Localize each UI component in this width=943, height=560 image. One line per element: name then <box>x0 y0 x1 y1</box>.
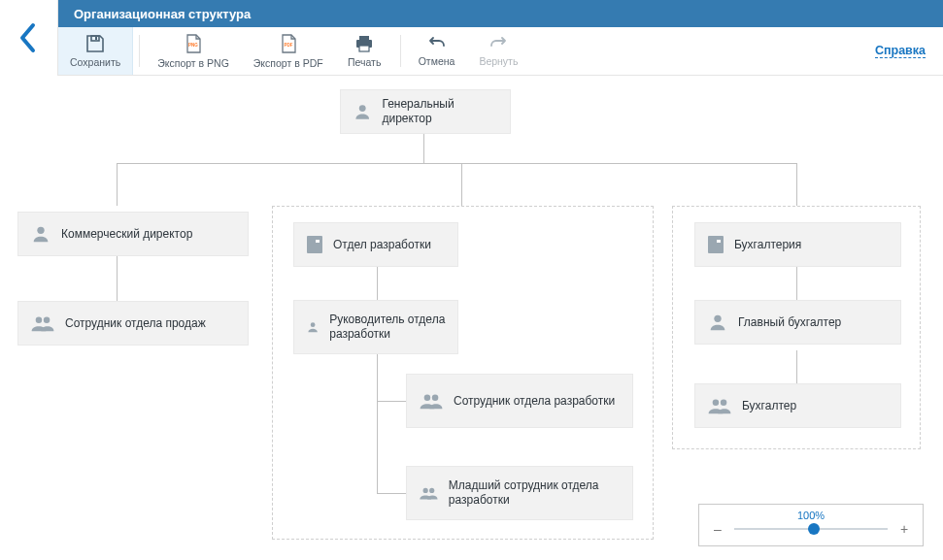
title-bar: Организационная структура <box>58 0 943 27</box>
node-label: Коммерческий директор <box>61 227 192 242</box>
connector <box>117 256 118 301</box>
node-label: Бухгалтерия <box>734 238 801 252</box>
node-label: Генеральный директор <box>382 97 498 126</box>
svg-point-20 <box>714 315 721 322</box>
node-dev-dept[interactable]: Отдел разработки <box>293 222 458 267</box>
node-chief-accountant[interactable]: Главный бухгалтер <box>694 300 901 345</box>
group-icon <box>707 395 732 416</box>
svg-text:PDF: PDF <box>284 43 292 48</box>
node-dev-lead[interactable]: Руководитель отдела разработки <box>293 300 458 354</box>
export-png-label: Экспорт в PNG <box>157 57 229 69</box>
svg-point-7 <box>359 105 366 112</box>
printer-icon <box>354 35 374 52</box>
org-chart-canvas[interactable]: Генеральный директор Коммерческий директ… <box>0 76 943 560</box>
svg-point-21 <box>713 400 720 407</box>
node-label: Руководитель отдела разработки <box>329 313 446 342</box>
svg-point-22 <box>721 400 727 407</box>
print-label: Печать <box>348 56 381 68</box>
zoom-control: 100% – + <box>698 504 924 546</box>
save-icon <box>85 35 105 52</box>
svg-rect-6 <box>359 46 369 51</box>
connector <box>796 163 797 206</box>
back-button[interactable] <box>0 0 58 76</box>
node-accountant[interactable]: Бухгалтер <box>694 383 901 428</box>
svg-point-10 <box>44 317 51 324</box>
redo-label: Вернуть <box>479 55 518 67</box>
export-pdf-button[interactable]: PDF Экспорт в PDF <box>242 27 336 75</box>
zoom-out-button[interactable]: – <box>711 521 724 537</box>
file-png-icon: PNG <box>185 34 202 53</box>
svg-point-8 <box>37 227 44 234</box>
connector <box>377 267 378 300</box>
svg-rect-18 <box>708 236 724 253</box>
undo-icon <box>428 36 446 51</box>
node-sales-employee[interactable]: Сотрудник отдела продаж <box>17 301 249 346</box>
person-icon <box>353 101 372 122</box>
department-icon <box>707 235 724 254</box>
node-accounting-dept[interactable]: Бухгалтерия <box>694 222 901 267</box>
zoom-in-button[interactable]: + <box>897 521 911 537</box>
export-png-button[interactable]: PNG Экспорт в PNG <box>146 27 242 75</box>
redo-icon <box>489 36 507 51</box>
svg-rect-4 <box>359 36 369 40</box>
file-pdf-icon: PDF <box>280 34 297 53</box>
svg-point-15 <box>432 395 439 402</box>
node-label: Младший сотрудник отдела разработки <box>449 478 621 508</box>
svg-rect-1 <box>95 37 97 40</box>
svg-point-13 <box>311 322 316 327</box>
zoom-slider[interactable] <box>734 528 888 530</box>
node-label: Главный бухгалтер <box>738 315 841 330</box>
svg-point-14 <box>424 395 431 402</box>
node-commercial-director[interactable]: Коммерческий директор <box>17 212 249 256</box>
undo-button[interactable]: Отмена <box>407 27 468 75</box>
svg-point-17 <box>429 488 434 493</box>
person-icon <box>707 312 728 333</box>
node-ceo[interactable]: Генеральный директор <box>340 89 511 134</box>
print-button[interactable]: Печать <box>336 27 394 75</box>
redo-button: Вернуть <box>467 27 530 75</box>
connector <box>461 163 462 206</box>
connector <box>423 134 424 163</box>
node-label: Бухгалтер <box>742 399 796 413</box>
node-label: Отдел разработки <box>333 238 431 252</box>
group-icon <box>419 482 439 504</box>
svg-point-16 <box>423 488 428 493</box>
department-icon <box>306 235 323 254</box>
connector <box>377 354 378 493</box>
help-link[interactable]: Справка <box>875 44 926 58</box>
connector <box>117 163 796 164</box>
node-label: Сотрудник отдела продаж <box>65 316 206 331</box>
node-label: Сотрудник отдела разработки <box>454 394 615 409</box>
group-icon <box>30 313 55 334</box>
undo-label: Отмена <box>419 55 455 67</box>
chevron-left-icon <box>18 21 40 54</box>
svg-rect-12 <box>316 240 320 243</box>
connector <box>377 493 406 494</box>
zoom-value: 100% <box>797 510 825 521</box>
node-dev-employee[interactable]: Сотрудник отдела разработки <box>406 374 633 428</box>
svg-rect-19 <box>717 240 721 243</box>
export-pdf-label: Экспорт в PDF <box>253 57 323 69</box>
save-label: Сохранить <box>70 56 120 68</box>
toolbar: Сохранить PNG Экспорт в PNG PDF Экспорт … <box>58 27 943 76</box>
svg-text:PNG: PNG <box>188 43 198 48</box>
node-junior-dev[interactable]: Младший сотрудник отдела разработки <box>406 466 633 520</box>
connector <box>117 163 118 206</box>
save-button[interactable]: Сохранить <box>58 27 133 75</box>
connector <box>377 401 406 402</box>
zoom-thumb[interactable] <box>808 523 820 535</box>
svg-rect-11 <box>307 236 322 253</box>
connector <box>796 267 797 300</box>
person-icon <box>30 223 51 245</box>
page-title: Организационная структура <box>74 7 251 21</box>
group-icon <box>419 390 444 412</box>
svg-point-9 <box>36 317 43 324</box>
person-icon <box>306 316 320 338</box>
connector <box>796 350 797 383</box>
